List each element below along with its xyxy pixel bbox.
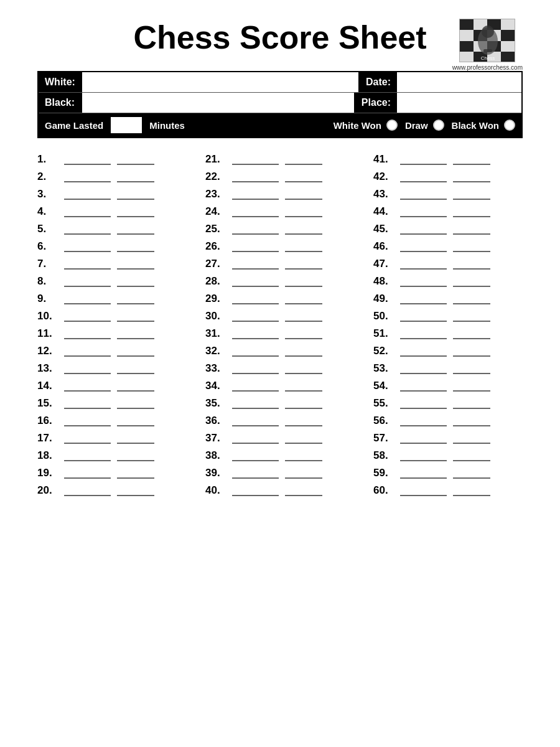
moves-col-1: 1.2.3.4.5.6.7.8.9.10.11.12.13.14.15.16.1… bbox=[37, 151, 187, 499]
black-move-line bbox=[453, 338, 490, 339]
move-number: 3. bbox=[37, 188, 61, 200]
move-row: 49. bbox=[373, 290, 523, 308]
move-row: 52. bbox=[373, 342, 523, 360]
black-move-line bbox=[453, 355, 490, 357]
black-move-line bbox=[285, 425, 322, 426]
white-move-line bbox=[400, 425, 447, 426]
black-move-line bbox=[453, 233, 490, 235]
black-move-line bbox=[453, 460, 490, 461]
place-input[interactable] bbox=[397, 93, 521, 113]
svg-point-18 bbox=[482, 26, 494, 38]
move-number: 12. bbox=[37, 345, 61, 357]
white-date-row: White: Date: bbox=[39, 72, 521, 93]
black-move-line bbox=[285, 390, 322, 392]
minutes-label: Minutes bbox=[149, 120, 185, 131]
black-move-line bbox=[285, 181, 322, 182]
white-move-line bbox=[64, 408, 111, 409]
white-move-line bbox=[400, 390, 447, 392]
black-input[interactable] bbox=[82, 93, 354, 113]
move-row: 22. bbox=[205, 168, 355, 186]
white-move-line bbox=[232, 495, 279, 496]
move-row: 37. bbox=[205, 430, 355, 447]
move-number: 36. bbox=[205, 415, 229, 427]
move-number: 53. bbox=[373, 362, 397, 375]
black-move-line bbox=[117, 460, 154, 461]
move-row: 28. bbox=[205, 273, 355, 290]
svg-rect-16 bbox=[501, 52, 515, 62]
date-input[interactable] bbox=[397, 72, 521, 92]
svg-rect-12 bbox=[501, 41, 515, 52]
black-move-line bbox=[285, 321, 322, 322]
move-row: 56. bbox=[373, 412, 523, 430]
move-number: 55. bbox=[373, 397, 397, 410]
black-move-line bbox=[453, 181, 490, 182]
white-won-radio[interactable] bbox=[386, 120, 398, 131]
black-move-line bbox=[285, 495, 322, 496]
move-row: 8. bbox=[37, 273, 187, 290]
white-move-line bbox=[64, 425, 111, 426]
white-move-line bbox=[232, 355, 279, 357]
move-row: 1. bbox=[37, 151, 187, 168]
move-row: 5. bbox=[37, 220, 187, 238]
black-move-line bbox=[117, 425, 154, 426]
black-move-line bbox=[285, 373, 322, 374]
black-move-line bbox=[453, 373, 490, 374]
move-number: 57. bbox=[373, 432, 397, 444]
black-place-row: Black: Place: bbox=[39, 93, 521, 113]
white-move-line bbox=[232, 443, 279, 444]
move-row: 53. bbox=[373, 360, 523, 377]
page-title: Chess Score Sheet bbox=[37, 19, 523, 56]
draw-label: Draw bbox=[405, 120, 428, 131]
white-move-line bbox=[64, 181, 111, 182]
black-move-line bbox=[117, 338, 154, 339]
white-move-line bbox=[64, 199, 111, 200]
move-number: 56. bbox=[373, 415, 397, 427]
white-move-line bbox=[400, 495, 447, 496]
move-number: 22. bbox=[205, 171, 229, 183]
black-won-radio[interactable] bbox=[504, 120, 515, 131]
black-move-line bbox=[453, 495, 490, 496]
black-move-line bbox=[285, 460, 322, 461]
white-move-line bbox=[64, 286, 111, 287]
white-move-line bbox=[232, 286, 279, 287]
black-move-line bbox=[285, 338, 322, 339]
minutes-input[interactable] bbox=[111, 117, 142, 133]
moves-section: 1.2.3.4.5.6.7.8.9.10.11.12.13.14.15.16.1… bbox=[37, 151, 523, 499]
move-number: 18. bbox=[37, 449, 61, 462]
white-move-line bbox=[400, 233, 447, 235]
move-number: 30. bbox=[205, 310, 229, 322]
black-move-line bbox=[117, 251, 154, 252]
chess-logo: Chess bbox=[459, 19, 515, 62]
draw-item: Draw bbox=[405, 120, 444, 131]
white-move-line bbox=[232, 460, 279, 461]
black-move-line bbox=[117, 164, 154, 165]
black-move-line bbox=[117, 373, 154, 374]
white-input[interactable] bbox=[82, 72, 358, 92]
black-move-line bbox=[117, 495, 154, 496]
move-row: 50. bbox=[373, 308, 523, 325]
black-move-line bbox=[117, 199, 154, 200]
move-row: 9. bbox=[37, 290, 187, 308]
move-row: 55. bbox=[373, 395, 523, 412]
draw-radio[interactable] bbox=[433, 120, 444, 131]
move-number: 6. bbox=[37, 240, 61, 253]
white-move-line bbox=[400, 355, 447, 357]
move-row: 15. bbox=[37, 395, 187, 412]
black-move-line bbox=[117, 321, 154, 322]
header: Chess Score Sheet bbox=[37, 19, 523, 56]
move-number: 25. bbox=[205, 223, 229, 235]
black-move-line bbox=[453, 164, 490, 165]
svg-rect-13 bbox=[460, 52, 474, 62]
move-number: 29. bbox=[205, 293, 229, 305]
move-row: 45. bbox=[373, 220, 523, 238]
black-move-line bbox=[285, 164, 322, 165]
move-row: 31. bbox=[205, 325, 355, 342]
move-row: 34. bbox=[205, 377, 355, 395]
moves-col-3: 41.42.43.44.45.46.47.48.49.50.51.52.53.5… bbox=[373, 151, 523, 499]
move-row: 58. bbox=[373, 447, 523, 464]
move-row: 4. bbox=[37, 203, 187, 220]
white-move-line bbox=[400, 460, 447, 461]
move-row: 42. bbox=[373, 168, 523, 186]
info-rows: White: Date: Black: Place: Game Lasted M… bbox=[39, 72, 521, 137]
move-number: 8. bbox=[37, 275, 61, 288]
